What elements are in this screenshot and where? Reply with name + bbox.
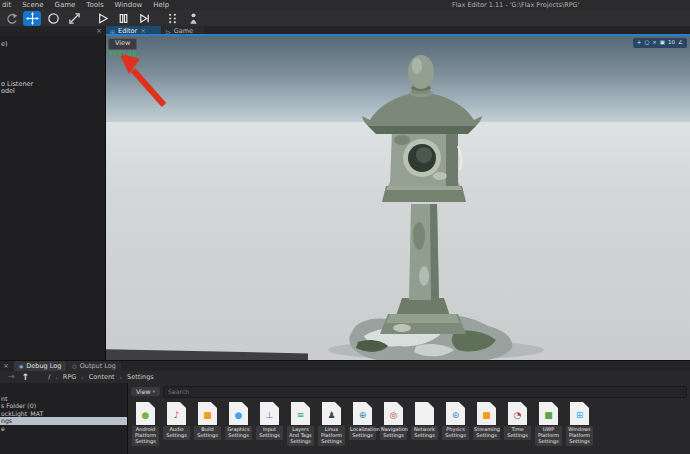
document-icon: ≡ xyxy=(291,402,310,425)
content-view-button[interactable]: View ▾ xyxy=(131,387,160,396)
content-item[interactable]: ◎Navigation Settings xyxy=(379,402,408,440)
tree-row[interactable]: ngs xyxy=(0,417,127,424)
tree-row[interactable]: s Folder (0) xyxy=(0,402,127,409)
left-panel-close-icon[interactable]: × xyxy=(96,26,102,36)
item-glyph-icon: ◎ xyxy=(390,411,398,420)
flax-editor-window: dit Scene Game Tools Window Help Flax Ed… xyxy=(0,0,690,454)
item-glyph-icon: ● xyxy=(142,411,150,420)
up-arrow-icon[interactable]: ↑ xyxy=(22,373,30,382)
menu-edit[interactable]: dit xyxy=(2,0,11,10)
translate-tool-button[interactable] xyxy=(23,11,41,26)
viewport-3d[interactable]: View FPS: 46 +○×▣10∠ xyxy=(106,36,690,360)
tree-row[interactable]: e xyxy=(0,425,127,432)
snap-size-value[interactable]: 10 xyxy=(668,40,675,46)
content-tree-panel[interactable]: nts Folder (0)ockLight_MATngse xyxy=(0,383,127,454)
main-toolbar xyxy=(0,10,690,26)
log-tab-bar: × ◉ Debug Log ○ Output Log xyxy=(0,360,690,371)
document-icon: ⊛ xyxy=(446,402,465,425)
item-glyph-icon: ⊞ xyxy=(576,411,584,420)
breadcrumb-item[interactable]: Content xyxy=(89,373,115,381)
content-item[interactable]: ⊛Physics Settings xyxy=(441,402,470,440)
document-icon: ■ xyxy=(539,402,558,425)
angle-snap-icon[interactable]: ∠ xyxy=(678,40,683,46)
rotate-tool-button[interactable] xyxy=(44,11,62,26)
item-glyph-icon: ≡ xyxy=(297,411,305,420)
menu-scene[interactable]: Scene xyxy=(22,0,43,10)
menu-tools[interactable]: Tools xyxy=(86,0,103,10)
viewport-view-button[interactable]: View xyxy=(108,38,137,50)
document-icon: ● xyxy=(136,402,155,425)
output-log-label: Output Log xyxy=(80,362,116,370)
debug-log-label: Debug Log xyxy=(26,362,61,370)
content-toolbar: View ▾ xyxy=(128,383,690,398)
item-label: Streaming Settings xyxy=(473,426,500,440)
tree-row[interactable]: nt xyxy=(0,395,127,402)
play-button[interactable] xyxy=(93,11,111,26)
document-icon: ● xyxy=(229,402,248,425)
menu-game[interactable]: Game xyxy=(54,0,75,10)
breadcrumb-item[interactable]: Settings xyxy=(127,373,154,381)
content-item[interactable]: ●Android Platform Settings xyxy=(131,402,160,446)
scale-tool-button[interactable] xyxy=(65,11,83,26)
item-label: Windows Platform Settings xyxy=(566,426,593,446)
content-item[interactable]: ■Build Settings xyxy=(193,402,222,440)
content-item[interactable]: ♟Linux Platform Settings xyxy=(317,402,346,446)
tab-output-log[interactable]: ○ Output Log xyxy=(67,361,121,371)
fps-counter: FPS: 46 xyxy=(109,50,137,58)
rotate-snap-icon[interactable]: ○ xyxy=(644,40,649,46)
content-item[interactable]: ⊕Localization Settings xyxy=(348,402,377,440)
output-log-icon: ○ xyxy=(72,363,76,369)
redo-icon[interactable] xyxy=(2,11,20,26)
item-glyph-icon: ♟ xyxy=(327,411,335,420)
content-browser: View ▾ ●Android Platform Settings♪Audio … xyxy=(127,383,690,454)
content-item[interactable]: ◔Time Settings xyxy=(503,402,532,440)
content-navigation-bar: → ↑ /›RPG›Content›Settings xyxy=(0,371,690,383)
item-label: Layers And Tags Settings xyxy=(287,426,314,446)
debug-log-icon: ◉ xyxy=(19,363,23,369)
pawn-icon[interactable] xyxy=(184,11,202,26)
content-item[interactable]: Network Settings xyxy=(410,402,439,440)
menu-help[interactable]: Help xyxy=(153,0,169,10)
item-label: Android Platform Settings xyxy=(132,426,159,446)
breadcrumb-item[interactable]: RPG xyxy=(63,373,76,381)
document-icon: ■ xyxy=(198,402,217,425)
item-label: Localization Settings xyxy=(349,426,376,440)
tree-row[interactable]: ockLight_MAT xyxy=(0,410,127,417)
item-label: Time Settings xyxy=(504,426,531,440)
dots-grid-icon[interactable] xyxy=(163,11,181,26)
grid-snap-icon[interactable]: ▣ xyxy=(660,40,665,46)
scale-snap-icon[interactable]: × xyxy=(652,40,657,46)
scene-tree-item[interactable]: e) xyxy=(1,40,8,48)
content-item[interactable]: ⊥Input Settings xyxy=(255,402,284,440)
item-glyph-icon: ■ xyxy=(203,411,212,420)
tab-debug-log[interactable]: ◉ Debug Log xyxy=(14,361,66,371)
menu-window[interactable]: Window xyxy=(115,0,143,10)
document-icon: ■ xyxy=(477,402,496,425)
translate-snap-icon[interactable]: + xyxy=(637,40,642,46)
item-glyph-icon: ◔ xyxy=(514,411,522,420)
forward-arrow-icon[interactable]: → xyxy=(8,373,15,381)
item-label: Audio Settings xyxy=(163,426,190,440)
content-item[interactable]: ♪Audio Settings xyxy=(162,402,191,440)
content-view-label: View xyxy=(136,388,151,395)
content-item[interactable]: ■Streaming Settings xyxy=(472,402,501,440)
item-label: Physics Settings xyxy=(442,426,469,440)
step-frame-button[interactable] xyxy=(135,11,153,26)
window-title: Flax Editor 1.11 - 'G:\Flax Projects\RPG… xyxy=(452,0,579,10)
item-label: Input Settings xyxy=(256,426,283,440)
pause-button[interactable] xyxy=(114,11,132,26)
content-item[interactable]: ■UWP Platform Settings xyxy=(534,402,563,446)
scene-tree-panel[interactable]: e) o Listener odel xyxy=(0,36,106,360)
document-icon: ♪ xyxy=(167,402,186,425)
document-icon: ⊥ xyxy=(260,402,279,425)
breadcrumb-item[interactable]: / xyxy=(48,373,50,381)
document-icon: ⊞ xyxy=(570,402,589,425)
item-glyph-icon: ♪ xyxy=(174,411,180,420)
content-item[interactable]: ≡Layers And Tags Settings xyxy=(286,402,315,446)
search-input[interactable] xyxy=(163,386,687,398)
log-panel-close-icon[interactable]: × xyxy=(3,363,9,370)
content-item[interactable]: ⊞Windows Platform Settings xyxy=(565,402,594,446)
scene-tree-item[interactable]: odel xyxy=(1,87,15,95)
content-grid: ●Android Platform Settings♪Audio Setting… xyxy=(128,398,690,446)
content-item[interactable]: ●Graphics Settings xyxy=(224,402,253,440)
